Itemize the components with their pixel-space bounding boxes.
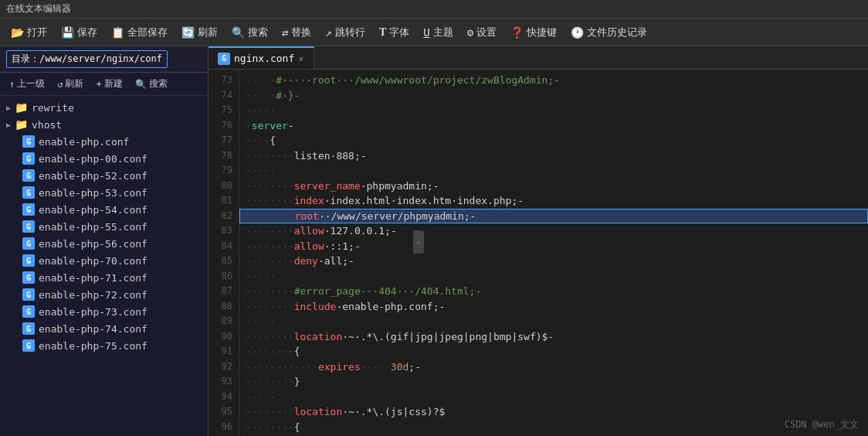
replace-button[interactable]: ⇄ 替换 bbox=[276, 23, 317, 42]
open-button[interactable]: 📂 打开 bbox=[5, 23, 53, 42]
sidebar-header: 目录：/www/server/nginx/conf bbox=[0, 46, 208, 73]
search-label: 搜索 bbox=[248, 26, 268, 39]
refresh-label: 刷新 bbox=[198, 26, 218, 39]
collapse-handle[interactable]: ‹ bbox=[413, 230, 424, 254]
folder-rewrite[interactable]: ▶ 📁 rewrite bbox=[0, 99, 208, 116]
code-line-90: ········location·~·.*\.(gif|jpg|jpeg|png… bbox=[239, 329, 868, 345]
file-icon-g: G bbox=[22, 169, 35, 182]
settings-button[interactable]: ⚙ 设置 bbox=[461, 23, 503, 42]
sidebar-search-icon: 🔍 bbox=[135, 79, 147, 90]
directory-label: 目录：/www/server/nginx/conf bbox=[6, 50, 168, 68]
open-icon: 📂 bbox=[11, 26, 24, 39]
tab-nginx-conf[interactable]: G nginx.conf ✕ bbox=[209, 46, 314, 69]
save-button[interactable]: 💾 保存 bbox=[55, 23, 103, 42]
theme-icon: U bbox=[423, 26, 429, 39]
file-enable-php-72-conf[interactable]: G enable-php-72.conf bbox=[0, 286, 208, 303]
code-line-79: ····· bbox=[239, 163, 868, 179]
theme-label: 主题 bbox=[433, 26, 453, 39]
code-line-85: ········deny·all;- bbox=[239, 254, 868, 269]
file-enable-php-74-conf[interactable]: G enable-php-74.conf bbox=[0, 320, 208, 337]
file-name: enable-php-56.conf bbox=[39, 238, 147, 250]
sidebar-search-button[interactable]: 🔍 搜索 bbox=[132, 76, 171, 92]
code-line-74: ·····#·}- bbox=[239, 88, 868, 104]
up-icon: ↑ bbox=[9, 79, 15, 90]
file-enable-php-56-conf[interactable]: G enable-php-56.conf bbox=[0, 235, 208, 252]
file-name: enable-php-53.conf bbox=[39, 187, 147, 199]
file-enable-php-54-conf[interactable]: G enable-php-54.conf bbox=[0, 201, 208, 218]
code-line-95: ········location·~·.*\.(js|css)?$ bbox=[239, 404, 868, 420]
file-name: enable-php.conf bbox=[39, 136, 129, 148]
file-enable-php-73-conf[interactable]: G enable-php-73.conf bbox=[0, 303, 208, 320]
new-label: 新建 bbox=[104, 77, 123, 90]
code-line-88: ········include·enable-php.conf;- bbox=[239, 299, 868, 315]
history-label: 文件历史记录 bbox=[587, 26, 647, 39]
file-enable-php-55-conf[interactable]: G enable-php-55.conf bbox=[0, 218, 208, 235]
jump-icon: ↗ bbox=[325, 26, 331, 39]
search-button[interactable]: 🔍 搜索 bbox=[225, 23, 274, 42]
file-icon-g: G bbox=[22, 271, 35, 284]
tab-close-button[interactable]: ✕ bbox=[298, 53, 303, 64]
file-enable-php-conf[interactable]: G enable-php.conf bbox=[0, 133, 208, 150]
file-icon-g: G bbox=[22, 237, 35, 250]
refresh-button[interactable]: 🔄 刷新 bbox=[175, 23, 224, 42]
file-enable-php-00-conf[interactable]: G enable-php-00.conf bbox=[0, 150, 208, 167]
file-tree: ▶ 📁 rewrite ▶ 📁 vhost G enable-php.conf … bbox=[0, 96, 208, 436]
settings-icon: ⚙ bbox=[467, 26, 473, 39]
sidebar-refresh-label: 刷新 bbox=[65, 77, 83, 90]
new-button[interactable]: + 新建 bbox=[93, 76, 125, 92]
save-all-button[interactable]: 📋 全部保存 bbox=[105, 23, 174, 42]
folder-icon: 📁 bbox=[15, 118, 28, 131]
file-name: enable-php-70.conf bbox=[39, 255, 147, 267]
history-button[interactable]: 🕐 文件历史记录 bbox=[565, 23, 653, 42]
code-line-75: ····· bbox=[239, 103, 868, 118]
main-area: 目录：/www/server/nginx/conf ↑ 上一级 ↺ 刷新 + 新… bbox=[0, 46, 868, 436]
code-line-77: ····{ bbox=[239, 133, 868, 148]
watermark: CSDN @wen_文文 bbox=[785, 418, 859, 431]
jump-button[interactable]: ↗ 跳转行 bbox=[319, 23, 371, 42]
file-name: enable-php-73.conf bbox=[39, 306, 147, 318]
shortcuts-icon: ❓ bbox=[510, 26, 524, 39]
file-enable-php-71-conf[interactable]: G enable-php-71.conf bbox=[0, 269, 208, 286]
file-name: enable-php-75.conf bbox=[39, 340, 147, 352]
code-line-86: ····· bbox=[239, 269, 868, 284]
code-editor[interactable]: 73 74 75 76 77 78 79 80 81 82 83 84 85 8… bbox=[209, 70, 868, 436]
code-line-78: ········listen·888;- bbox=[239, 148, 868, 164]
replace-icon: ⇄ bbox=[282, 26, 288, 39]
code-line-81: ········index·index.html·index.htm·index… bbox=[239, 193, 868, 209]
folder-name: vhost bbox=[32, 119, 62, 131]
code-line-89: ····· bbox=[239, 314, 868, 329]
file-name: enable-php-54.conf bbox=[39, 204, 147, 216]
save-icon: 💾 bbox=[61, 26, 74, 39]
code-line-73: ·····#·····root···/www/wwwroot/project/z… bbox=[239, 73, 868, 88]
code-content[interactable]: ·····#·····root···/www/wwwroot/project/z… bbox=[239, 70, 868, 436]
file-name: enable-php-00.conf bbox=[39, 153, 147, 165]
chevron-icon: ▶ bbox=[6, 121, 11, 129]
file-enable-php-52-conf[interactable]: G enable-php-52.conf bbox=[0, 167, 208, 184]
settings-label: 设置 bbox=[476, 26, 497, 39]
chevron-icon: ▶ bbox=[6, 104, 11, 112]
file-name: enable-php-52.conf bbox=[39, 170, 147, 182]
theme-button[interactable]: U 主题 bbox=[417, 23, 459, 42]
file-icon-g: G bbox=[22, 254, 35, 267]
code-line-96: ········{ bbox=[239, 420, 868, 435]
sidebar-refresh-button[interactable]: ↺ 刷新 bbox=[54, 76, 86, 92]
file-enable-php-70-conf[interactable]: G enable-php-70.conf bbox=[0, 252, 208, 269]
code-line-94: ····· bbox=[239, 390, 868, 405]
font-button[interactable]: T 字体 bbox=[373, 23, 415, 42]
file-enable-php-75-conf[interactable]: G enable-php-75.conf bbox=[0, 337, 208, 354]
title-bar: 在线文本编辑器 bbox=[0, 0, 868, 19]
refresh-icon: 🔄 bbox=[181, 26, 195, 39]
file-name: enable-php-72.conf bbox=[39, 289, 147, 301]
save-label: 保存 bbox=[77, 26, 97, 39]
up-button[interactable]: ↑ 上一级 bbox=[6, 76, 48, 92]
code-line-82: ········root··/www/server/phpmyadmin;- bbox=[239, 209, 868, 224]
sidebar-search-label: 搜索 bbox=[149, 77, 168, 90]
folder-icon: 📁 bbox=[15, 101, 28, 114]
jump-label: 跳转行 bbox=[335, 26, 365, 39]
folder-vhost[interactable]: ▶ 📁 vhost bbox=[0, 116, 208, 133]
history-icon: 🕐 bbox=[571, 26, 584, 39]
shortcuts-button[interactable]: ❓ 快捷键 bbox=[504, 23, 563, 42]
file-icon-g: G bbox=[22, 152, 35, 165]
file-enable-php-53-conf[interactable]: G enable-php-53.conf bbox=[0, 184, 208, 201]
new-icon: + bbox=[96, 79, 101, 90]
